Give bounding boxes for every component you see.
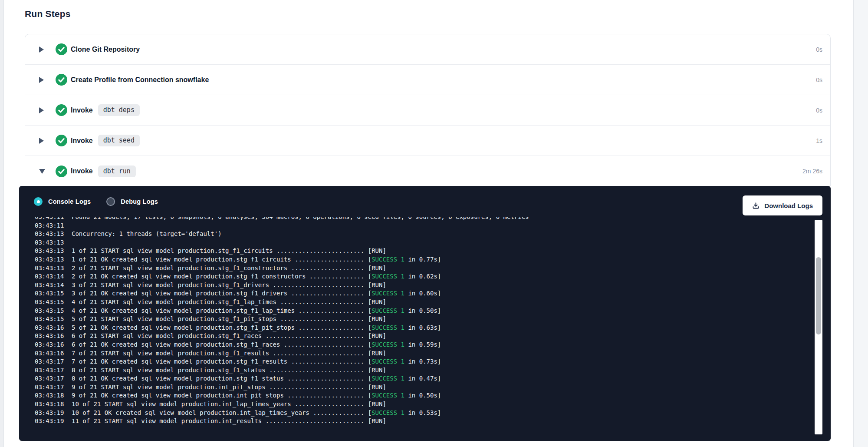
log-line: 03:43:1910 of 21 OK created sql view mod… [19, 409, 813, 417]
log-timestamp: 03:43:15 [35, 315, 64, 324]
step-command-badge: dbt seed [98, 135, 140, 146]
success-check-icon [56, 74, 67, 86]
log-timestamp: 03:43:18 [35, 400, 64, 409]
log-line: 03:43:166 of 21 OK created sql view mode… [19, 341, 813, 349]
log-tabs: Console Logs Debug Logs [34, 197, 174, 206]
caret-right-icon[interactable] [39, 136, 45, 146]
log-scrollbar-thumb[interactable] [816, 257, 821, 334]
log-timestamp: 03:43:13 [35, 247, 64, 255]
log-line: 03:43:143 of 21 START sql view model pro… [19, 281, 813, 290]
log-tab-debug-logs[interactable]: Debug Logs [106, 197, 158, 206]
log-line: 03:43:13 [19, 238, 813, 247]
log-line: 03:43:153 of 21 OK created sql view mode… [19, 289, 813, 298]
log-timestamp: 03:43:15 [35, 298, 64, 307]
step-command-badge: dbt run [98, 166, 136, 177]
log-timestamp: 03:43:11 [35, 222, 64, 230]
step-label: Create Profile from Connection snowflake [71, 76, 209, 84]
log-line: 03:43:189 of 21 OK created sql view mode… [19, 391, 813, 400]
radio-label: Console Logs [48, 198, 91, 205]
log-line: 03:43:1810 of 21 START sql view model pr… [19, 400, 813, 409]
log-timestamp: 03:43:19 [35, 417, 64, 426]
success-check-icon [56, 166, 67, 177]
log-line: 03:43:131 of 21 START sql view model pro… [19, 247, 813, 255]
log-timestamp: 03:43:13 [35, 255, 64, 264]
log-line: 03:43:154 of 21 OK created sql view mode… [19, 307, 813, 315]
log-line: 03:43:178 of 21 OK created sql view mode… [19, 374, 813, 383]
log-timestamp: 03:43:17 [35, 383, 64, 392]
log-timestamp: 03:43:13 [35, 238, 64, 247]
log-timestamp: 03:43:14 [35, 272, 64, 281]
success-check-icon [56, 104, 67, 116]
log-timestamp: 03:43:19 [35, 409, 64, 417]
step-row[interactable]: Invoke dbt run 2m 26s [25, 156, 830, 186]
step-row[interactable]: Invoke dbt seed 1s [25, 126, 830, 156]
log-timestamp: 03:43:16 [35, 349, 64, 358]
step-row[interactable]: Invoke dbt deps 0s [25, 95, 830, 126]
log-timestamp: 03:43:16 [35, 341, 64, 349]
left-gutter [0, 0, 4, 447]
log-line: 03:43:131 of 21 OK created sql view mode… [19, 255, 813, 264]
log-panel: Console Logs Debug Logs Download Logs 03… [19, 186, 831, 441]
caret-right-icon[interactable] [39, 75, 45, 85]
step-duration: 0s [816, 46, 822, 53]
step-duration: 2m 26s [802, 168, 822, 175]
step-row[interactable]: Clone Git Repository 0s [25, 34, 830, 65]
log-header: Console Logs Debug Logs Download Logs [19, 186, 831, 217]
log-timestamp: 03:43:13 [35, 230, 64, 238]
log-line: 03:43:142 of 21 OK created sql view mode… [19, 272, 813, 281]
log-timestamp: 03:43:16 [35, 332, 64, 341]
caret-down-icon[interactable] [39, 166, 45, 176]
step-label: Invoke [71, 106, 93, 114]
step-duration: 0s [816, 76, 822, 83]
log-timestamp: 03:43:15 [35, 307, 64, 315]
log-line: 03:43:165 of 21 OK created sql view mode… [19, 324, 813, 332]
run-steps-list: Clone Git Repository 0s Create Profile f… [25, 34, 831, 186]
log-line: 03:43:179 of 21 START sql view model pro… [19, 383, 813, 392]
log-timestamp: 03:43:11 [35, 217, 64, 222]
success-check-icon [56, 135, 67, 146]
log-line: 03:43:178 of 21 START sql view model pro… [19, 366, 813, 375]
log-timestamp: 03:43:14 [35, 281, 64, 290]
log-line: 03:43:11Found 21 models, 17 tests, 0 sna… [19, 217, 813, 222]
log-timestamp: 03:43:17 [35, 366, 64, 375]
log-line: 03:43:154 of 21 START sql view model pro… [19, 298, 813, 307]
step-command-badge: dbt deps [98, 104, 140, 116]
log-line: 03:43:13Concurrency: 1 threads (target='… [19, 230, 813, 238]
log-line: 03:43:132 of 21 START sql view model pro… [19, 264, 813, 273]
log-line: 03:43:177 of 21 OK created sql view mode… [19, 358, 813, 366]
log-scrollbar-track[interactable] [815, 220, 822, 434]
step-label: Invoke [71, 137, 93, 145]
radio-label: Debug Logs [121, 198, 158, 205]
log-timestamp: 03:43:16 [35, 324, 64, 332]
log-timestamp: 03:43:15 [35, 289, 64, 298]
download-logs-label: Download Logs [764, 202, 813, 209]
download-icon [752, 202, 760, 209]
download-logs-button[interactable]: Download Logs [743, 195, 822, 215]
radio-icon [106, 197, 115, 206]
right-gutter [853, 0, 868, 447]
success-check-icon [56, 43, 67, 55]
log-line: 03:43:11 [19, 222, 813, 230]
console-log-output[interactable]: 03:43:11Found 21 models, 17 tests, 0 sna… [19, 217, 813, 429]
step-duration: 1s [816, 137, 822, 144]
log-tab-console-logs[interactable]: Console Logs [34, 197, 91, 206]
log-timestamp: 03:43:13 [35, 264, 64, 273]
step-duration: 0s [816, 107, 822, 114]
log-line: 03:43:155 of 21 START sql view model pro… [19, 315, 813, 324]
step-label: Clone Git Repository [71, 46, 140, 53]
step-row[interactable]: Create Profile from Connection snowflake… [25, 65, 830, 95]
log-timestamp: 03:43:17 [35, 374, 64, 383]
log-line: 03:43:166 of 21 START sql view model pro… [19, 332, 813, 341]
caret-right-icon[interactable] [39, 106, 45, 115]
log-line: 03:43:167 of 21 START sql view model pro… [19, 349, 813, 358]
page-title: Run Steps [25, 9, 71, 19]
radio-icon [34, 197, 43, 206]
log-timestamp: 03:43:17 [35, 358, 64, 366]
caret-right-icon[interactable] [39, 45, 45, 54]
log-lines: 03:43:11Found 21 models, 17 tests, 0 sna… [19, 217, 813, 426]
log-timestamp: 03:43:18 [35, 391, 64, 400]
step-label: Invoke [71, 167, 93, 175]
log-line: 03:43:1911 of 21 START sql view model pr… [19, 417, 813, 426]
